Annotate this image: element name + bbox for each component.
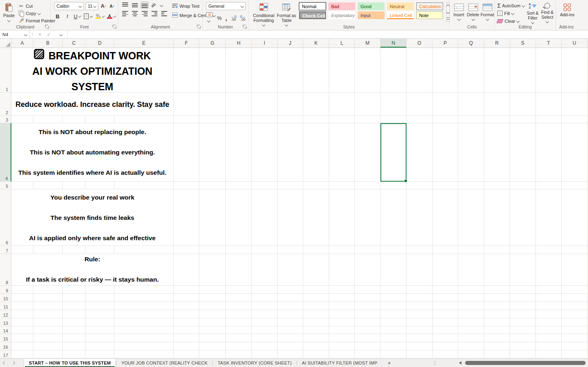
- font-size-combo[interactable]: 11: [85, 2, 98, 10]
- cell-P8[interactable]: [433, 254, 458, 285]
- cell-I5[interactable]: [252, 182, 278, 189]
- cell-H12[interactable]: [226, 310, 252, 318]
- percent-style-button[interactable]: %: [217, 15, 222, 21]
- cell-H3[interactable]: [226, 116, 252, 123]
- cell-N1[interactable]: [380, 48, 407, 92]
- row-header-15[interactable]: 15: [0, 334, 11, 342]
- cell-R15[interactable]: [484, 334, 510, 342]
- cell-D16[interactable]: [85, 342, 114, 350]
- cell-S17[interactable]: [510, 350, 536, 358]
- cell-Q7[interactable]: [458, 246, 484, 254]
- cell-H1[interactable]: [226, 48, 252, 92]
- cell-P3[interactable]: [433, 116, 458, 123]
- cell-G11[interactable]: [199, 302, 226, 310]
- cell-G15[interactable]: [199, 334, 226, 342]
- cell-style-calculation[interactable]: Calculation: [416, 2, 443, 10]
- cell-L9[interactable]: [329, 286, 355, 293]
- cell-B12[interactable]: [33, 310, 63, 318]
- cell-S9[interactable]: [510, 286, 536, 293]
- cell-S3[interactable]: [510, 116, 536, 123]
- tab-scroll-splitter[interactable]: ⋮: [433, 359, 437, 367]
- cell-M3[interactable]: [355, 116, 380, 123]
- cell-M5[interactable]: [355, 182, 380, 189]
- row-header-4[interactable]: 4: [0, 123, 11, 182]
- cell-U14[interactable]: [562, 326, 588, 334]
- cell-U9[interactable]: [562, 286, 588, 293]
- cell-T3[interactable]: [536, 116, 562, 123]
- horizontal-scrollbar[interactable]: [465, 361, 586, 365]
- cell-K2[interactable]: [303, 93, 329, 115]
- cell-D12[interactable]: [85, 310, 114, 318]
- cell-M6[interactable]: [355, 189, 380, 245]
- cell-M7[interactable]: [355, 246, 380, 254]
- cell-H6[interactable]: [226, 189, 252, 245]
- middle-align-button[interactable]: [131, 2, 138, 8]
- cell-R7[interactable]: [484, 246, 510, 254]
- cell-F1[interactable]: [174, 48, 199, 92]
- cell-Q1[interactable]: [458, 48, 484, 92]
- merged-cell-row-6[interactable]: You describe your real workThe system fi…: [11, 189, 174, 245]
- column-header-L[interactable]: L: [329, 39, 355, 48]
- cell-O13[interactable]: [407, 318, 433, 326]
- cell-H2[interactable]: [226, 93, 252, 115]
- cell-G4[interactable]: [199, 123, 226, 181]
- cell-I1[interactable]: [252, 48, 278, 92]
- cell-I9[interactable]: [252, 286, 278, 293]
- cell-G10[interactable]: [199, 294, 226, 302]
- cell-Q11[interactable]: [458, 302, 484, 310]
- cell-O17[interactable]: [407, 350, 433, 358]
- cell-J4[interactable]: [278, 123, 303, 181]
- cell-U12[interactable]: [562, 310, 588, 318]
- cell-A14[interactable]: [11, 326, 33, 334]
- italic-button[interactable]: I: [64, 12, 71, 20]
- cell-O9[interactable]: [407, 286, 433, 293]
- cell-S15[interactable]: [510, 334, 536, 342]
- cut-button[interactable]: ✂ Cut: [18, 2, 55, 9]
- row-header-14[interactable]: 14: [0, 326, 11, 334]
- cell-R10[interactable]: [484, 294, 510, 302]
- cell-H5[interactable]: [226, 182, 252, 189]
- cell-P7[interactable]: [433, 246, 458, 254]
- cell-U3[interactable]: [562, 116, 588, 123]
- cell-N8[interactable]: [380, 254, 407, 285]
- cell-O8[interactable]: [407, 254, 433, 285]
- cell-F12[interactable]: [174, 310, 199, 318]
- align-left-button[interactable]: [122, 11, 129, 17]
- cell-D5[interactable]: [85, 182, 114, 189]
- cell-B16[interactable]: [33, 342, 63, 350]
- cell-E17[interactable]: [114, 350, 174, 358]
- cell-L12[interactable]: [329, 310, 355, 318]
- cell-J13[interactable]: [278, 318, 303, 326]
- cell-G8[interactable]: [199, 254, 226, 285]
- number-format-combo[interactable]: General: [206, 2, 246, 10]
- cell-U17[interactable]: [562, 350, 588, 358]
- cell-G7[interactable]: [199, 246, 226, 254]
- cell-N14[interactable]: [380, 326, 407, 334]
- decrease-indent-button[interactable]: [151, 11, 158, 17]
- increase-indent-button[interactable]: [161, 11, 168, 17]
- cell-N7[interactable]: [380, 246, 407, 254]
- merged-cell-row-8[interactable]: Rule:If a task is critical or risky — it…: [11, 254, 174, 285]
- decrease-decimal-button[interactable]: 0→.00: [240, 15, 246, 21]
- cell-L16[interactable]: [329, 342, 355, 350]
- cell-O10[interactable]: [407, 294, 433, 302]
- cell-C17[interactable]: [63, 350, 85, 358]
- comma-style-button[interactable]: ,: [225, 16, 227, 20]
- cell-K15[interactable]: [303, 334, 329, 342]
- cell-F15[interactable]: [174, 334, 199, 342]
- cell-N10[interactable]: [380, 294, 407, 302]
- column-header-D[interactable]: D: [85, 39, 114, 48]
- insert-cells-button[interactable]: ← Insert: [452, 2, 466, 20]
- cell-J2[interactable]: [278, 93, 303, 115]
- cell-E9[interactable]: [114, 286, 174, 293]
- fill-handle[interactable]: [404, 179, 407, 182]
- cell-E11[interactable]: [114, 302, 174, 310]
- copy-button[interactable]: Copy: [18, 10, 55, 17]
- cell-J8[interactable]: [278, 254, 303, 285]
- cell-R5[interactable]: [484, 182, 510, 189]
- cell-U5[interactable]: [562, 182, 588, 189]
- cell-H14[interactable]: [226, 326, 252, 334]
- new-sheet-button[interactable]: +: [383, 359, 396, 367]
- cell-F4[interactable]: [174, 123, 199, 181]
- column-header-K[interactable]: K: [303, 39, 329, 48]
